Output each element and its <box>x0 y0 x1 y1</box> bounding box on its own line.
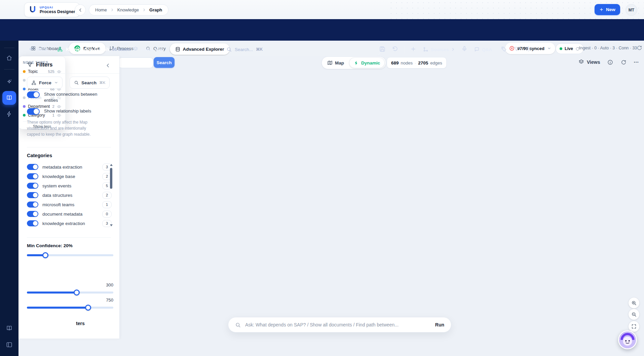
map-mode-button[interactable]: Map <box>323 58 348 68</box>
node-size-slider-knob[interactable] <box>74 290 80 296</box>
filters-panel: Filters Force Search ⌘K Show connections… <box>18 56 120 339</box>
qa-button[interactable]: Q&A <box>474 45 492 54</box>
add-button[interactable] <box>410 46 416 52</box>
category-toggle[interactable] <box>27 192 38 198</box>
left-rail <box>0 19 18 356</box>
filter-button[interactable] <box>514 46 519 52</box>
link-distance-value: 750 <box>27 298 113 303</box>
category-row: data structures2 <box>27 192 112 198</box>
ask-input[interactable] <box>244 322 431 328</box>
node-size-slider[interactable] <box>27 292 113 294</box>
ask-bar: Run <box>228 317 451 332</box>
filters-note: These options only affect the Map visual… <box>27 119 100 137</box>
graph-search-input[interactable] <box>118 57 153 68</box>
scrollbar-thumb[interactable] <box>110 168 112 189</box>
home-icon <box>6 55 12 61</box>
graph-toolbar: Back Knowledge Graph 36 assets Asset Map… <box>0 19 644 41</box>
scroll-up-arrow[interactable] <box>110 164 113 166</box>
undo-button[interactable] <box>392 46 398 52</box>
min-confidence-slider-knob[interactable] <box>42 252 48 258</box>
tab-asset-map[interactable]: Asset Map <box>127 43 169 55</box>
category-toggle[interactable] <box>27 211 38 217</box>
map-icon <box>327 60 333 65</box>
breadcrumb-knowledge[interactable]: Knowledge <box>117 7 139 12</box>
layers-icon <box>578 59 584 65</box>
new-button[interactable]: New <box>595 4 620 15</box>
back-button[interactable]: Back <box>29 45 48 53</box>
app-window: insurance claims triageTriageagent - Jan… <box>0 0 644 356</box>
automations-button[interactable] <box>2 107 16 121</box>
node-type-row: Topic525 <box>23 67 61 76</box>
divider <box>120 45 121 53</box>
category-dot <box>23 114 26 117</box>
divider <box>4 69 14 70</box>
mic-button[interactable] <box>461 46 467 52</box>
brand-name: UPQUAI <box>40 6 75 9</box>
category-row: knowledge extraction3 <box>27 220 112 227</box>
layers-icon <box>133 46 138 52</box>
link-distance-slider[interactable] <box>27 307 113 309</box>
refresh-icon[interactable] <box>637 45 642 51</box>
divider <box>18 73 119 74</box>
connections-toggle[interactable] <box>27 91 40 98</box>
zoom-in-button[interactable] <box>629 298 639 308</box>
nav-back-button[interactable] <box>75 4 86 15</box>
category-toggle[interactable] <box>27 164 38 170</box>
breadcrumb: Home Knowledge Graph <box>89 4 168 15</box>
sources-button[interactable]: Sources <box>423 45 455 54</box>
breadcrumb-graph[interactable]: Graph <box>149 7 162 12</box>
app-logo[interactable]: UPQUAI Process Designer <box>24 2 80 17</box>
collapse-panel-button[interactable] <box>105 63 111 68</box>
relationship-labels-toggle[interactable] <box>27 108 40 115</box>
graph-title-group: Knowledge Graph 36 assets <box>57 44 131 54</box>
graph-search-button[interactable]: Search <box>154 57 175 68</box>
info-button[interactable] <box>607 59 613 65</box>
app-header: UPQUAI Process Designer Home Knowledge G… <box>0 0 644 19</box>
category-toggle[interactable] <box>27 220 38 226</box>
assistant-chat-button[interactable] <box>618 330 637 349</box>
category-row: metadata extraction3 <box>27 164 112 170</box>
live-dot <box>560 47 562 50</box>
scroll-down-arrow[interactable] <box>110 224 113 226</box>
toolbar-search[interactable]: Search... ⌘K <box>222 43 380 55</box>
breadcrumb-home[interactable]: Home <box>95 7 107 12</box>
funnel-icon <box>27 62 33 68</box>
zoom-out-button[interactable] <box>629 309 639 320</box>
divider <box>4 48 14 48</box>
gear-icon[interactable] <box>526 46 531 52</box>
categories-title: Categories <box>27 153 52 158</box>
home-button[interactable] <box>2 51 16 65</box>
asset-dot <box>23 88 26 90</box>
run-button[interactable]: Run <box>435 322 444 327</box>
panel-search-button[interactable]: Search ⌘K <box>70 77 110 89</box>
arrow-left-icon <box>29 46 34 52</box>
ingest-stats: Ingest · 0 · Auto · 3 · Conn · 33 <box>579 46 637 50</box>
min-confidence-slider[interactable] <box>27 254 113 256</box>
divider <box>27 147 111 147</box>
dynamic-mode-button[interactable]: Dynamic <box>349 57 385 68</box>
system-dot <box>23 79 26 82</box>
refresh-button[interactable] <box>621 59 627 65</box>
explorer-tabs: Asset Map Advanced Explorer <box>126 42 231 56</box>
user-avatar[interactable]: MT <box>626 4 637 16</box>
clipped-section-title: ters <box>76 321 85 326</box>
divider <box>27 237 111 238</box>
person-dot <box>23 96 26 99</box>
book-icon <box>6 95 12 101</box>
views-button[interactable]: Views <box>578 59 600 65</box>
category-toggle[interactable] <box>27 183 38 189</box>
save-button[interactable] <box>379 46 385 52</box>
toggle-sidebar-button[interactable] <box>2 338 16 352</box>
ai-assist-button[interactable] <box>2 75 16 89</box>
chevron-right-icon <box>451 47 455 51</box>
category-toggle[interactable] <box>27 202 38 208</box>
more-options-button[interactable]: ⋯ <box>634 59 639 65</box>
category-toggle[interactable] <box>27 173 38 179</box>
fullscreen-button[interactable] <box>629 321 639 332</box>
link-distance-slider-knob[interactable] <box>85 305 91 311</box>
tab-advanced-explorer[interactable]: Advanced Explorer <box>170 43 230 55</box>
knowledge-button[interactable] <box>2 91 16 105</box>
tag-button[interactable] <box>501 46 507 52</box>
docs-button[interactable] <box>2 321 16 335</box>
layout-select[interactable]: Force <box>27 77 63 89</box>
